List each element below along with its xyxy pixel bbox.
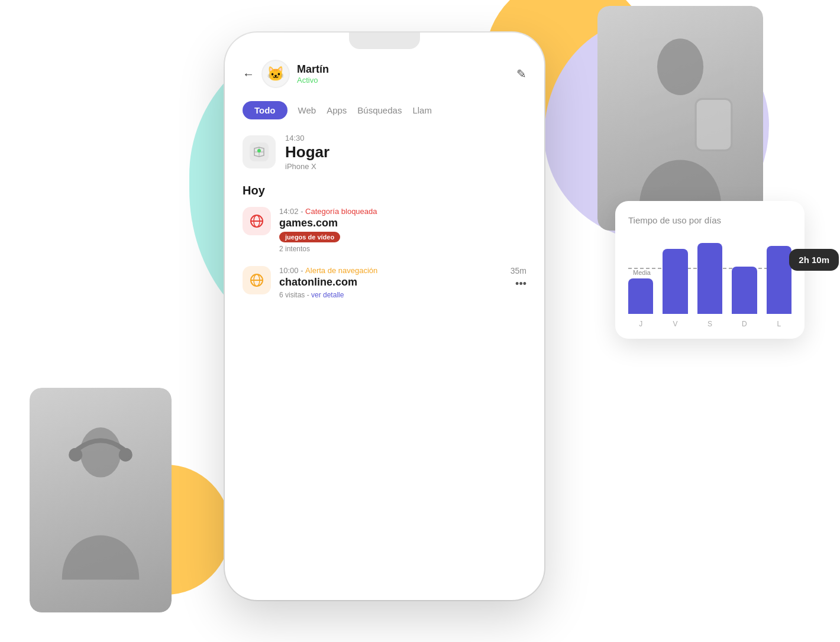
phone-frame: ← 🐱 Martín Activo ✎ Todo Web Apps Búsque… [225,33,544,600]
chart-badge: 2h 10m [789,249,839,271]
user-name: Martín [297,63,329,76]
activity-meta-chat: 6 visitas - ver detalle [279,291,502,299]
tabs-container: Todo Web Apps Búsquedas Llam [243,101,526,119]
section-today: Hoy [243,184,526,197]
location-entry: 14:30 Hogar iPhone X [243,134,526,171]
tab-llamadas[interactable]: Llam [412,105,432,115]
chart-card: Tiempo de uso por días Media 2h 10m J V … [615,201,805,339]
svg-point-4 [119,448,133,462]
chart-label-s: S [697,320,722,328]
chart-label-v: V [663,320,687,328]
chart-bar-d [732,267,757,314]
activity-time-blocked: 14:02 - Categoría bloqueada [279,207,526,216]
map-icon-box [243,135,276,168]
person-right [597,6,763,231]
chart-label-l: L [767,320,791,328]
activity-duration: 35m [511,266,526,275]
tab-web[interactable]: Web [298,105,316,115]
activity-details-alert: 10:00 - Alerta de navegación chatonline.… [279,266,502,299]
user-status: Activo [297,76,329,85]
phone-wrapper: ← 🐱 Martín Activo ✎ Todo Web Apps Búsque… [225,33,544,600]
chart-labels: J V S D L [628,320,791,328]
activity-item-alert: 10:00 - Alerta de navegación chatonline.… [243,266,526,299]
activity-time-text-2: 10:00 - [279,266,305,275]
chart-label-d: D [732,320,757,328]
back-button[interactable]: ← [243,67,254,81]
tab-busquedas[interactable]: Búsquedas [357,105,402,115]
chart-area: Media 2h 10m [628,237,791,314]
ver-detalle-link[interactable]: ver detalle [311,291,344,299]
chart-bar-v [663,249,687,314]
activity-right-chat: 35m ••• [511,266,526,290]
location-info: 14:30 Hogar iPhone X [285,134,329,171]
alert-icon-box [243,266,271,294]
dots-menu-button[interactable]: ••• [511,278,526,290]
chart-media-label: Media [631,269,653,276]
phone-content: ← 🐱 Martín Activo ✎ Todo Web Apps Búsque… [225,49,544,324]
edit-button[interactable]: ✎ [516,67,526,81]
chart-bar-s [697,243,722,314]
activity-item-blocked: 14:02 - Categoría bloqueada games.com ju… [243,207,526,253]
activity-time-alert: 10:00 - Alerta de navegación [279,266,502,275]
phone-header: ← 🐱 Martín Activo ✎ [243,60,526,88]
activity-details-blocked: 14:02 - Categoría bloqueada games.com ju… [279,207,526,253]
svg-rect-1 [696,99,732,150]
user-info: Martín Activo [297,63,329,85]
person-left [30,388,172,612]
tab-todo[interactable]: Todo [243,101,287,119]
activity-time-text: 14:02 - [279,207,305,216]
chart-title: Tiempo de uso por días [628,215,791,225]
svg-point-0 [657,38,703,95]
location-device: iPhone X [285,162,329,171]
location-time: 14:30 [285,134,329,142]
header-left: ← 🐱 Martín Activo [243,60,329,88]
blocked-status-text: Categoría bloqueada [305,207,377,216]
alert-status-text: Alerta de navegación [305,266,377,275]
tab-apps[interactable]: Apps [327,105,347,115]
svg-point-8 [257,149,261,153]
chart-label-j: J [628,320,653,328]
phone-notch [349,33,420,49]
activity-meta-games: 2 intentos [279,245,526,253]
activity-site-games: games.com [279,217,526,229]
avatar: 🐱 [261,60,290,88]
svg-point-2 [80,427,121,477]
chart-bar-j [628,278,653,314]
avatar-emoji: 🐱 [267,66,285,82]
chart-bar-l [767,246,791,314]
blocked-icon-box [243,207,271,235]
activity-site-chat: chatonline.com [279,276,502,288]
tag-badge-games: juegos de vídeo [279,232,340,242]
location-name: Hogar [285,144,329,161]
svg-point-3 [69,448,82,462]
